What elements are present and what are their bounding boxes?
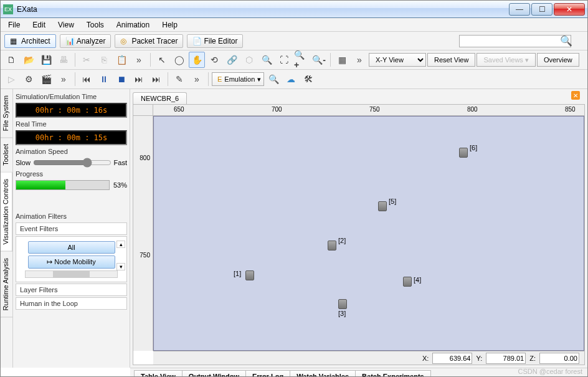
search-icon: 🔍: [560, 36, 572, 46]
mode-architect[interactable]: ▦Architect: [4, 34, 56, 48]
skip-back-icon[interactable]: ⏮: [78, 71, 95, 87]
skip-fwd-icon[interactable]: ⏭: [148, 71, 164, 87]
menu-view[interactable]: View: [52, 19, 80, 31]
menu-file[interactable]: File: [2, 19, 26, 31]
step-icon[interactable]: ⏭: [131, 71, 147, 87]
mode-analyzer[interactable]: 📊Analyzer: [60, 34, 111, 48]
filter-vscroll[interactable]: ▴▾: [116, 241, 125, 270]
run-icon[interactable]: ▷: [3, 71, 19, 87]
animation-toolbar: ▷ ⚙ 🎬 » ⏮ ⏸ ⏹ ⏭ ⏭ ✎ » EEmulation▾ 🔍 ☁ 🛠: [1, 70, 587, 89]
vtab-toolset[interactable]: Toolset: [1, 138, 12, 173]
y-label: Y:: [476, 355, 482, 362]
mode-packet-tracer[interactable]: ◎Packet Tracer: [115, 34, 183, 48]
menu-animation[interactable]: Animation: [110, 19, 156, 31]
plot-area[interactable]: [1] [2] [3] [4] [5] [6]: [153, 116, 584, 351]
pan-icon[interactable]: ✋: [189, 52, 205, 68]
zoom-area-icon[interactable]: ⛶: [276, 52, 292, 68]
node-5[interactable]: [378, 201, 387, 211]
more4-icon[interactable]: »: [189, 71, 205, 87]
tab-watch-variables[interactable]: Watch Variables: [290, 370, 356, 378]
link-icon[interactable]: 🔗: [224, 52, 240, 68]
search-input[interactable]: [459, 35, 571, 47]
rotate-icon[interactable]: ⟲: [206, 52, 222, 68]
saved-views-button[interactable]: Saved Views ▾: [477, 53, 535, 67]
print-icon[interactable]: 🖶: [55, 52, 72, 68]
minimize-button[interactable]: —: [509, 3, 530, 16]
node-3[interactable]: [338, 299, 347, 309]
vtab-visualization-controls[interactable]: Visualization Controls: [1, 173, 12, 252]
progress-label: Progress: [16, 169, 127, 179]
tab-batch-experiments[interactable]: Batch Experiments: [355, 370, 431, 378]
human-loop-header[interactable]: Human in the Loop: [16, 297, 127, 310]
new-icon[interactable]: 🗋: [3, 52, 19, 68]
save-icon[interactable]: 💾: [38, 52, 54, 68]
zoom-out-icon[interactable]: 🔍-: [311, 52, 327, 68]
animation-filters-label: Animation Filters: [16, 211, 127, 221]
ruler-y: 800 750: [133, 116, 153, 351]
overview-button[interactable]: Overview: [537, 53, 579, 67]
z-value[interactable]: [539, 353, 579, 364]
more3-icon[interactable]: »: [55, 71, 72, 87]
tab-table-view[interactable]: Table View: [134, 370, 183, 378]
node-icon[interactable]: ⬡: [241, 52, 257, 68]
edit-icon[interactable]: ✎: [171, 71, 187, 87]
tools-icon[interactable]: 🛠: [300, 71, 316, 87]
filter-scrollbar[interactable]: [25, 270, 118, 278]
zoom-in-icon[interactable]: 🔍+: [293, 52, 310, 68]
node-6[interactable]: [459, 148, 468, 158]
emulation-select[interactable]: EEmulation▾: [212, 72, 264, 86]
cloud-icon[interactable]: ☁: [283, 71, 299, 87]
gear-icon[interactable]: ⚙: [21, 71, 37, 87]
zoom-icon[interactable]: 🔍: [258, 52, 275, 68]
cut-icon[interactable]: ✂: [78, 52, 95, 68]
lasso-icon[interactable]: ◯: [171, 52, 187, 68]
node-2[interactable]: [328, 241, 336, 251]
more2-icon[interactable]: »: [351, 52, 368, 68]
menu-edit[interactable]: Edit: [26, 19, 52, 31]
fast-label: Fast: [114, 159, 127, 166]
y-value[interactable]: [486, 353, 526, 364]
stop-icon[interactable]: ⏹: [113, 71, 130, 87]
search-box[interactable]: 🔍: [459, 34, 584, 47]
grid-icon[interactable]: ▦: [334, 52, 350, 68]
canvas[interactable]: 650 700 750 800 850 800 750: [133, 104, 585, 365]
tab-error-log[interactable]: Error Log: [245, 370, 290, 378]
node-5-label: [5]: [389, 198, 396, 205]
mode-bar: ▦Architect 📊Analyzer ◎Packet Tracer 📄Fil…: [1, 32, 587, 50]
menu-tools[interactable]: Tools: [80, 19, 110, 31]
mode-file-editor[interactable]: 📄File Editor: [187, 34, 243, 48]
event-filters-header[interactable]: Event Filters: [16, 222, 127, 235]
pointer-icon[interactable]: ↖: [154, 52, 170, 68]
speed-slider[interactable]: [33, 158, 111, 168]
menu-help[interactable]: Help: [156, 19, 184, 31]
copy-icon[interactable]: ⎘: [96, 52, 112, 68]
left-panel: Simulation/Emulation Time 00hr : 00m : 1…: [13, 89, 130, 368]
node-4[interactable]: [403, 277, 412, 287]
paste-icon[interactable]: 📋: [113, 52, 130, 68]
filter-all-button[interactable]: All: [28, 241, 115, 254]
layer-filters-header[interactable]: Layer Filters: [16, 284, 127, 296]
node-6-label: [6]: [470, 144, 477, 151]
zoom-red-icon[interactable]: 🔍: [265, 71, 282, 87]
vtab-runtime-analysis[interactable]: Runtime Analysis: [1, 252, 12, 317]
close-button[interactable]: ✕: [554, 3, 585, 16]
svg-line-6: [332, 206, 341, 210]
filter-mobility-button[interactable]: ↦ Node Mobility: [28, 255, 115, 269]
x-value[interactable]: [432, 353, 472, 364]
file-editor-icon: 📄: [192, 37, 201, 45]
vtab-file-system[interactable]: File System: [1, 89, 12, 138]
reset-view-button[interactable]: Reset View: [427, 53, 475, 67]
node-2-label: [2]: [338, 237, 346, 244]
scenario-tab[interactable]: NEWCBR_6: [133, 92, 187, 104]
view-select[interactable]: X-Y View: [369, 53, 426, 67]
tab-output-window[interactable]: Output Window: [182, 370, 246, 378]
pause-icon[interactable]: ⏸: [96, 71, 112, 87]
speed-label: Animation Speed: [16, 146, 127, 156]
maximize-button[interactable]: ☐: [531, 3, 552, 16]
tab-close-icon[interactable]: ✕: [571, 91, 580, 100]
app-icon: EX: [3, 4, 13, 14]
record-icon[interactable]: 🎬: [38, 71, 54, 87]
open-icon[interactable]: 📂: [21, 52, 37, 68]
more-icon[interactable]: »: [131, 52, 147, 68]
node-1[interactable]: [245, 270, 254, 280]
